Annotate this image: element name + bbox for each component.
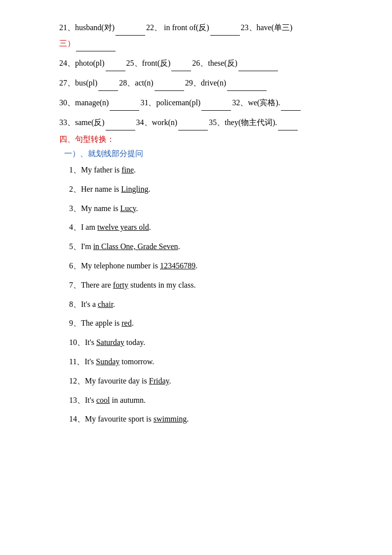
subsection-1: 一）、就划线部分提问 1、My father is fine. 2、Her na… bbox=[59, 149, 353, 427]
item-after-11: tomorrow. bbox=[119, 357, 154, 366]
item-text-10: It's bbox=[85, 338, 96, 346]
vocab-line-27-29: 27、bus(pl)28、act(n)29、drive(n) bbox=[59, 75, 353, 91]
vocab-item-29: 29、drive(n) bbox=[185, 79, 227, 87]
blank-23[interactable] bbox=[76, 51, 116, 51]
item-text-12: My favourite day is bbox=[85, 377, 149, 385]
vocab-item-34: 34、work(n) bbox=[136, 118, 178, 127]
item-after-13: in autumn. bbox=[110, 396, 145, 404]
vocab-item-25: 25、front(反) bbox=[126, 59, 171, 67]
sentence-item-5: 5、I'm in Class One, Grade Seven. bbox=[69, 240, 353, 254]
sentence-item-7: 7、There are forty students in my class. bbox=[69, 278, 353, 293]
item-after-5: . bbox=[178, 242, 180, 251]
item-underlined-7: forty bbox=[113, 281, 128, 289]
item-num-4: 4、 bbox=[69, 223, 81, 231]
item-text-6: My telephone number is bbox=[81, 261, 160, 270]
blank-31[interactable] bbox=[201, 110, 231, 111]
subsection-1-title: 一）、就划线部分提问 bbox=[64, 149, 353, 159]
blank-22[interactable] bbox=[210, 35, 240, 36]
vocab-item-26: 26、these(反) bbox=[192, 59, 237, 67]
item-text-11: It's bbox=[84, 357, 96, 366]
item-text-4: I am bbox=[81, 223, 97, 231]
item-num-6: 6、 bbox=[69, 261, 81, 270]
item-underlined-8: chair bbox=[98, 300, 113, 308]
item-underlined-4: twelve years old bbox=[97, 223, 149, 231]
item-underlined-14: swimming bbox=[154, 415, 187, 423]
item-num-3: 3、 bbox=[69, 204, 81, 213]
san-label: 三） bbox=[59, 39, 75, 47]
item-underlined-11: Sunday bbox=[96, 357, 119, 366]
blank-29[interactable] bbox=[227, 90, 267, 91]
sentence-item-13: 13、It's cool in autumn. bbox=[69, 393, 353, 408]
sentence-item-11: 11、It's Sunday tomorrow. bbox=[69, 355, 353, 369]
item-text-14: My favourite sport is bbox=[85, 415, 154, 423]
sentence-item-6: 6、My telephone number is 123456789. bbox=[69, 259, 353, 273]
item-after-3: . bbox=[136, 204, 138, 213]
item-underlined-10: Saturday bbox=[96, 338, 124, 346]
blank-25[interactable] bbox=[171, 71, 191, 71]
item-num-8: 8、 bbox=[69, 300, 81, 308]
sentence-item-12: 12、My favourite day is Friday. bbox=[69, 374, 353, 388]
blank-28[interactable] bbox=[155, 90, 184, 91]
item-after-14: . bbox=[187, 415, 189, 423]
blank-26[interactable] bbox=[238, 71, 278, 71]
item-num-12: 12、 bbox=[69, 377, 85, 385]
item-num-1: 1、 bbox=[69, 166, 81, 174]
sentence-item-4: 4、I am twelve years old. bbox=[69, 220, 353, 235]
vocab-item-21: 21、husband(对) bbox=[59, 23, 115, 32]
item-after-10: today. bbox=[124, 338, 146, 346]
blank-24[interactable] bbox=[106, 71, 125, 71]
section-4-title: 四、句型转换： bbox=[59, 134, 353, 145]
vocab-item-33: 33、same(反) bbox=[59, 118, 105, 127]
item-text-7: There are bbox=[81, 281, 113, 289]
vocab-item-27: 27、bus(pl) bbox=[59, 79, 97, 87]
vocab-item-31: 31、policeman(pl) bbox=[140, 98, 200, 107]
item-after-9: . bbox=[132, 319, 134, 327]
vocab-line-24-26: 24、photo(pl)25、front(反)26、these(反) bbox=[59, 55, 353, 71]
item-num-7: 7、 bbox=[69, 281, 81, 289]
vocab-item-23: 23、have(单三) bbox=[241, 23, 293, 32]
vocab-line-21-23: 21、husband(对)22、 in front of(反)23、have(单… bbox=[59, 20, 353, 36]
sentence-item-2: 2、Her name is Lingling. bbox=[69, 182, 353, 197]
item-num-2: 2、 bbox=[69, 185, 81, 193]
item-num-9: 9、 bbox=[69, 319, 81, 327]
item-after-1: . bbox=[134, 166, 136, 174]
vocab-item-35: 35、they(物主代词). bbox=[209, 118, 277, 127]
blank-32[interactable] bbox=[281, 110, 301, 111]
vocab-section: 21、husband(对)22、 in front of(反)23、have(单… bbox=[59, 20, 353, 130]
item-underlined-1: fine bbox=[121, 166, 134, 174]
vocab-item-22: 22、 in front of(反) bbox=[146, 23, 209, 32]
item-after-7: students in my class. bbox=[128, 281, 196, 289]
item-text-9: The apple is bbox=[81, 319, 121, 327]
item-text-2: Her name is bbox=[81, 185, 121, 193]
blank-35[interactable] bbox=[278, 130, 298, 130]
item-text-8: It's a bbox=[81, 300, 98, 308]
vocab-item-24: 24、photo(pl) bbox=[59, 59, 105, 67]
blank-27[interactable] bbox=[98, 90, 118, 91]
item-underlined-6: 123456789 bbox=[160, 261, 196, 270]
blank-34[interactable] bbox=[178, 130, 208, 130]
item-underlined-9: red bbox=[121, 319, 131, 327]
blank-33[interactable] bbox=[106, 130, 135, 130]
vocab-line-30-32: 30、manage(n)31、policeman(pl)32、we(宾格). bbox=[59, 95, 353, 111]
item-num-11: 11、 bbox=[69, 357, 84, 366]
item-num-5: 5、 bbox=[69, 242, 81, 251]
sentence-item-9: 9、The apple is red. bbox=[69, 316, 353, 331]
item-after-12: . bbox=[169, 377, 171, 385]
blank-21[interactable] bbox=[116, 35, 145, 36]
item-num-13: 13、 bbox=[69, 396, 85, 404]
item-underlined-12: Friday bbox=[149, 377, 169, 385]
section-4: 四、句型转换： 一）、就划线部分提问 1、My father is fine. … bbox=[59, 134, 353, 427]
blank-30[interactable] bbox=[110, 110, 139, 111]
item-underlined-2: Lingling bbox=[121, 185, 148, 193]
item-text-1: My father is bbox=[81, 166, 121, 174]
sentence-item-10: 10、It's Saturday today. bbox=[69, 336, 353, 350]
item-num-10: 10、 bbox=[69, 338, 85, 346]
item-after-6: . bbox=[196, 261, 197, 270]
vocab-line-33-35: 33、same(反)34、work(n)35、they(物主代词). bbox=[59, 115, 353, 130]
item-underlined-13: cool bbox=[96, 396, 110, 404]
item-after-2: . bbox=[148, 185, 150, 193]
item-text-13: It's bbox=[85, 396, 96, 404]
vocab-item-28: 28、act(n) bbox=[119, 79, 153, 87]
vocab-item-30: 30、manage(n) bbox=[59, 98, 109, 107]
item-after-8: . bbox=[113, 300, 115, 308]
